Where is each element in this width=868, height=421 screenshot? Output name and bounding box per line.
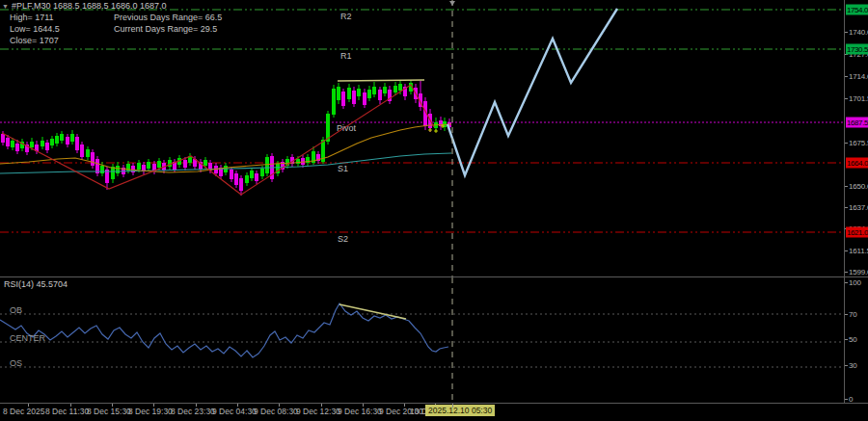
price-tick-label: 1740.0	[849, 28, 868, 37]
time-axis-label: 8 Dec 19:30	[128, 407, 173, 416]
candle-body	[157, 161, 161, 168]
level-label-r1: R1	[340, 51, 352, 61]
vline-axis-tick	[452, 404, 453, 408]
candle-body	[66, 137, 69, 145]
stat-curr-range: Current Days Range= 29.5	[114, 24, 217, 34]
vline-time-badge: 2025.12.10 05:30	[425, 405, 495, 416]
price-level-badge: 1664.0	[846, 158, 868, 169]
rsi-tick-label: 100	[849, 278, 861, 287]
price-level-badge: 1621.0	[846, 227, 868, 238]
price-level-badge: 1687.5	[846, 118, 868, 128]
time-axis-tick	[363, 404, 364, 407]
candle-body	[250, 171, 254, 178]
candle-body	[352, 91, 356, 104]
time-axis-tick	[153, 404, 154, 407]
candle-body	[203, 160, 207, 166]
axis-tick	[845, 314, 848, 315]
time-axis-tick	[237, 404, 238, 407]
candle-body	[15, 144, 19, 151]
trading-chart-window: ▼#PLF,M30 1688.5 1688.5 1686.0 1687.0 Hi…	[0, 0, 868, 421]
time-axis-label: 9 Dec 12:30	[296, 407, 340, 416]
time-axis-tick	[279, 404, 280, 407]
time-axis-label: 9 Dec 04:30	[212, 407, 257, 416]
level-label-s2: S2	[338, 234, 348, 244]
price-axis[interactable]: 1740.01727.01714.01701.51675.51650.01637…	[844, 0, 868, 403]
axis-tick	[845, 365, 848, 366]
time-axis-label: 9 Dec 08:30	[254, 407, 298, 416]
stats-row-1: High= 1711 Previous Days Range= 66.5	[0, 13, 289, 23]
chart-dropdown-icon[interactable]: ▼	[2, 3, 9, 10]
level-label-s1: S1	[338, 164, 348, 173]
candle-body	[239, 178, 243, 191]
stats-row-3: Close= 1707	[0, 36, 289, 46]
time-axis-label: 8 Dec 15:30	[87, 407, 131, 416]
time-axis-label: 9 Dec 16:30	[338, 407, 382, 416]
price-level-badge: 1730.5	[846, 44, 868, 55]
candle-body	[80, 145, 84, 157]
candle-body	[75, 137, 79, 150]
axis-tick	[845, 399, 848, 400]
rsi-tick-label: 30	[849, 361, 857, 370]
candle-body	[234, 173, 238, 185]
candle-body	[45, 143, 49, 150]
rsi-guide-label-ob: OB	[10, 305, 22, 315]
forecast-zigzag-line[interactable]	[448, 9, 617, 175]
candle-body	[100, 166, 104, 173]
time-axis[interactable]: 8 Dec 20258 Dec 11:308 Dec 15:308 Dec 19…	[0, 403, 868, 421]
candle-body	[11, 141, 14, 147]
price-tick-label: 1599.0	[849, 268, 868, 276]
candle-body	[91, 152, 95, 166]
candle-body	[265, 157, 269, 173]
vline-top-marker	[449, 1, 455, 6]
price-tick-label: 1611.5	[849, 247, 868, 255]
axis-tick	[845, 143, 848, 144]
axis-tick	[845, 32, 848, 33]
candle-body	[245, 175, 249, 183]
candle-body	[55, 136, 59, 144]
candle-body	[378, 90, 382, 100]
candle-body	[372, 87, 376, 94]
symbol-ohlc-row: ▼#PLF,M30 1688.5 1688.5 1686.0 1687.0	[2, 1, 167, 11]
candle-body	[398, 84, 402, 91]
stat-low: Low= 1644.5	[10, 24, 60, 34]
axis-tick	[845, 282, 848, 283]
symbol-ohlc-text: #PLF,M30 1688.5 1688.5 1686.0 1687.0	[12, 1, 167, 11]
candle-body	[1, 134, 5, 143]
candle-body	[6, 138, 10, 146]
candle-body	[116, 166, 120, 173]
time-axis-label: 8 Dec 2025	[3, 407, 44, 416]
candle-body	[50, 139, 54, 145]
candle-body	[383, 87, 387, 93]
rsi-guide-label-center: CENTER	[10, 333, 45, 343]
axis-tick	[845, 339, 848, 340]
candle-body	[341, 92, 345, 106]
time-axis-label: 8 Dec 23:30	[171, 407, 215, 416]
time-axis-tick	[70, 404, 71, 407]
resistance-trendline[interactable]	[338, 80, 424, 81]
price-tick-label: 1675.5	[849, 139, 868, 147]
time-axis-tick	[321, 404, 322, 407]
price-tick-label: 1714.0	[849, 72, 868, 81]
time-axis-tick	[112, 404, 113, 407]
candle-body	[332, 89, 336, 115]
candle-body	[347, 88, 351, 99]
axis-tick	[845, 207, 848, 208]
time-axis-tick	[28, 404, 29, 407]
candle-body	[70, 134, 74, 142]
axis-tick	[845, 272, 848, 273]
axis-tick	[845, 186, 848, 187]
candle-body	[86, 149, 90, 157]
candle-body	[367, 90, 371, 98]
rsi-guide-label-os: OS	[10, 358, 22, 368]
level-label-pivot: Pivot	[337, 123, 356, 133]
rsi-indicator-plot[interactable]	[0, 277, 844, 403]
price-tick-label: 1701.5	[849, 94, 868, 103]
candle-body	[363, 92, 366, 105]
rsi-label: RSI(14) 45.5704	[4, 279, 68, 289]
time-axis-label: 8 Dec 11:30	[45, 407, 89, 416]
candle-body	[41, 141, 44, 146]
candle-body	[137, 163, 141, 170]
candle-body	[147, 162, 150, 169]
rsi-tick-label: 70	[849, 310, 857, 319]
stat-prev-range: Previous Days Range= 66.5	[114, 13, 222, 22]
